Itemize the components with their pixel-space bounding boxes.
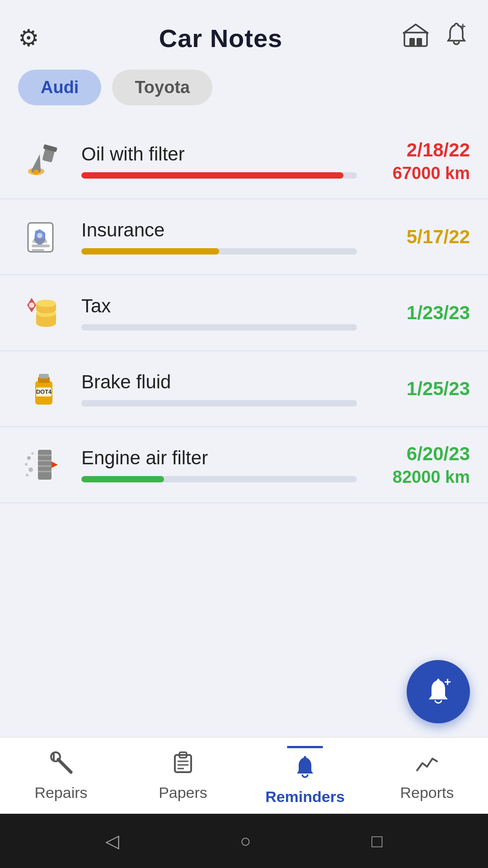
reminder-item-tax[interactable]: Tax 1/23/23 (0, 275, 488, 351)
oil-km: 67000 km (393, 164, 470, 183)
oil-date: 2/18/22 (407, 139, 470, 161)
air-filter-progress-bg (81, 476, 357, 482)
add-reminder-fab[interactable]: + (407, 660, 470, 723)
nav-papers-label: Papers (159, 784, 207, 802)
clipboard-icon (171, 750, 195, 779)
insurance-progress-bg (81, 248, 357, 255)
insurance-info: Insurance (81, 219, 357, 255)
tab-toyota[interactable]: Toyota (112, 70, 212, 105)
android-recent-btn[interactable]: □ (371, 831, 382, 851)
svg-point-7 (33, 170, 39, 175)
insurance-name: Insurance (81, 219, 357, 241)
svg-rect-2 (417, 38, 422, 46)
insurance-icon (18, 212, 68, 262)
tax-progress-bg (81, 324, 357, 330)
fab-container: + (0, 656, 488, 737)
add-reminder-header-icon[interactable]: + (442, 22, 470, 54)
reminder-item-brake[interactable]: DOT4 Brake fluid 1/25/23 (0, 351, 488, 427)
svg-point-9 (37, 233, 42, 238)
nav-reminders[interactable]: Reminders (244, 738, 366, 814)
air-filter-name: Engine air filter (81, 447, 357, 469)
svg-rect-24 (38, 450, 52, 480)
oil-progress-fill (81, 172, 343, 179)
nav-papers[interactable]: Papers (122, 738, 244, 814)
tax-info: Tax (81, 295, 357, 330)
svg-text:+: + (460, 22, 466, 32)
android-back-btn[interactable]: ◁ (105, 830, 119, 851)
svg-point-30 (25, 463, 28, 466)
header-icons: + (402, 22, 470, 54)
svg-point-29 (27, 456, 31, 460)
nav-repairs[interactable]: Repairs (0, 738, 122, 814)
svg-point-18 (29, 302, 34, 308)
reminders-list: Oil with filter 2/18/22 67000 km Insuran… (0, 119, 488, 656)
tax-date: 1/23/23 (407, 302, 470, 324)
oil-progress-bg (81, 172, 357, 179)
insurance-date: 5/17/22 (407, 226, 470, 248)
reminder-item-insurance[interactable]: Insurance 5/17/22 (0, 199, 488, 275)
air-filter-progress-fill (81, 476, 164, 482)
svg-rect-11 (32, 249, 44, 251)
insurance-date-wrap: 5/17/22 (371, 226, 470, 248)
svg-rect-21 (39, 374, 49, 378)
android-navbar: ◁ ○ □ (0, 814, 488, 868)
garage-icon[interactable] (402, 23, 429, 53)
reminder-item-oil[interactable]: Oil with filter 2/18/22 67000 km (0, 123, 488, 199)
oil-info: Oil with filter (81, 143, 357, 179)
nav-reminders-label: Reminders (265, 788, 345, 806)
tax-date-wrap: 1/23/23 (371, 302, 470, 324)
oil-name: Oil with filter (81, 143, 357, 165)
oil-date-wrap: 2/18/22 67000 km (371, 139, 470, 183)
android-home-btn[interactable]: ○ (240, 831, 251, 851)
app-title: Car Notes (39, 24, 402, 53)
air-filter-date: 6/20/23 (407, 443, 470, 465)
tax-icon (18, 288, 68, 338)
svg-point-33 (31, 452, 34, 455)
bottom-nav: Repairs Papers Reminders (0, 737, 488, 814)
gear-icon[interactable]: ⚙ (18, 24, 39, 52)
brake-date-wrap: 1/25/23 (371, 378, 470, 400)
tab-audi[interactable]: Audi (18, 70, 101, 105)
header: ⚙ Car Notes + (0, 0, 488, 65)
brake-date: 1/25/23 (407, 378, 470, 400)
svg-marker-34 (52, 462, 58, 468)
brake-info: Brake fluid (81, 371, 357, 406)
svg-line-37 (58, 760, 71, 772)
bell-icon (293, 755, 317, 783)
svg-rect-0 (404, 33, 427, 46)
brake-icon: DOT4 (18, 364, 68, 414)
fab-bell-icon: + (422, 676, 454, 708)
air-filter-date-wrap: 6/20/23 82000 km (371, 443, 470, 487)
wrench-icon (49, 750, 73, 779)
svg-point-32 (26, 474, 28, 476)
chart-icon (415, 750, 439, 779)
air-filter-info: Engine air filter (81, 447, 357, 482)
svg-text:+: + (444, 676, 451, 689)
nav-repairs-label: Repairs (34, 784, 87, 802)
active-indicator (287, 746, 323, 748)
brake-name: Brake fluid (81, 371, 357, 393)
svg-rect-1 (409, 38, 415, 46)
svg-text:DOT4: DOT4 (36, 388, 52, 395)
svg-point-17 (36, 300, 56, 307)
tax-name: Tax (81, 295, 357, 317)
svg-rect-10 (32, 245, 50, 247)
oil-icon (18, 136, 68, 186)
car-tabs: Audi Toyota (0, 65, 488, 119)
brake-progress-bg (81, 400, 357, 406)
insurance-progress-fill (81, 248, 219, 255)
svg-point-31 (28, 467, 33, 472)
nav-reports[interactable]: Reports (366, 738, 488, 814)
reminder-item-air-filter[interactable]: Engine air filter 6/20/23 82000 km (0, 427, 488, 503)
air-filter-icon (18, 440, 68, 490)
air-filter-km: 82000 km (393, 467, 470, 487)
nav-reports-label: Reports (400, 784, 454, 802)
